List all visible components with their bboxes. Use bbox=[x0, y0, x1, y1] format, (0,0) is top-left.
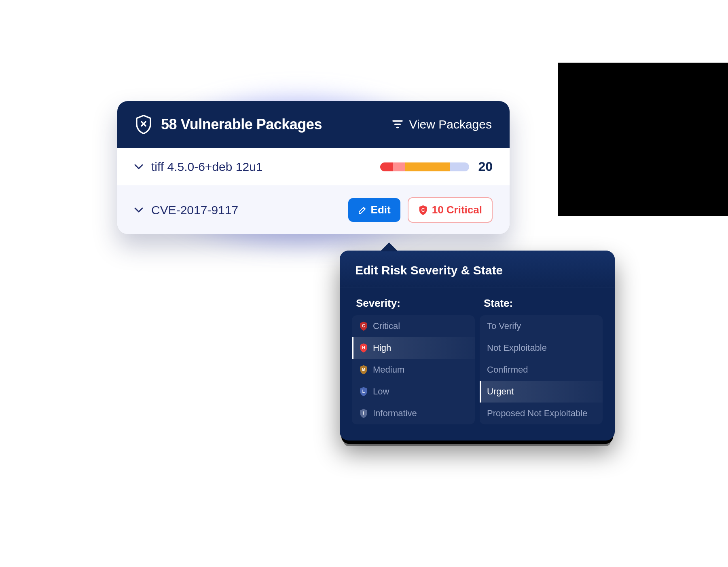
severity-option-label: High bbox=[373, 343, 391, 353]
edit-button-label: Edit bbox=[371, 204, 391, 216]
popover-title: Edit Risk Severity & State bbox=[355, 263, 599, 277]
shield-h-icon: H bbox=[359, 343, 368, 353]
chevron-down-icon bbox=[134, 164, 143, 170]
shield-c-icon: C bbox=[418, 205, 428, 215]
cve-name: CVE-2017-9117 bbox=[151, 203, 238, 217]
shield-m-icon: M bbox=[359, 365, 368, 375]
svg-text:H: H bbox=[362, 346, 365, 350]
severity-bar-segment bbox=[380, 162, 393, 171]
state-option-list: To VerifyNot ExploitableConfirmedUrgentP… bbox=[480, 315, 603, 424]
card-title: 58 Vulnerable Packages bbox=[161, 116, 322, 133]
shield-c-icon: C bbox=[359, 321, 368, 331]
filter-icon bbox=[392, 120, 403, 129]
severity-option-high[interactable]: HHigh bbox=[352, 337, 475, 359]
state-option-urgent[interactable]: Urgent bbox=[480, 381, 603, 403]
severity-option-list: CCriticalHHighMMediumLLowiInformative bbox=[352, 315, 475, 424]
severity-bar bbox=[380, 162, 469, 171]
state-option-label: Proposed Not Exploitable bbox=[487, 408, 587, 419]
shield-l-icon: L bbox=[359, 387, 368, 396]
svg-rect-2 bbox=[396, 127, 399, 129]
package-row[interactable]: tiff 4.5.0-6+deb 12u1 20 bbox=[117, 148, 510, 186]
state-column: State: To VerifyNot ExploitableConfirmed… bbox=[480, 297, 603, 424]
severity-count: 20 bbox=[478, 159, 493, 174]
severity-bar-segment bbox=[450, 162, 469, 171]
shield-x-icon bbox=[135, 115, 152, 134]
svg-text:M: M bbox=[362, 367, 366, 372]
svg-text:L: L bbox=[362, 389, 365, 394]
svg-rect-1 bbox=[394, 124, 401, 125]
severity-option-label: Critical bbox=[373, 321, 400, 331]
card-header: 58 Vulnerable Packages View Packages bbox=[117, 101, 510, 148]
state-option-label: Confirmed bbox=[487, 365, 528, 375]
pencil-icon bbox=[358, 206, 367, 215]
svg-text:C: C bbox=[362, 324, 365, 328]
severity-option-label: Low bbox=[373, 386, 389, 397]
severity-option-informative[interactable]: iInformative bbox=[352, 403, 475, 424]
edit-severity-popover: Edit Risk Severity & State Severity: CCr… bbox=[340, 251, 615, 441]
vulnerable-packages-card: 58 Vulnerable Packages View Packages tif… bbox=[117, 101, 510, 234]
severity-column: Severity: CCriticalHHighMMediumLLowiInfo… bbox=[352, 297, 475, 424]
svg-rect-0 bbox=[393, 120, 403, 122]
package-name: tiff 4.5.0-6+deb 12u1 bbox=[151, 160, 263, 174]
shield-i-icon: i bbox=[359, 409, 368, 418]
severity-option-critical[interactable]: CCritical bbox=[352, 315, 475, 337]
critical-badge-label: 10 Critical bbox=[432, 204, 482, 216]
cve-row[interactable]: CVE-2017-9117 Edit C 10 Critical bbox=[117, 186, 510, 234]
severity-bar-segment bbox=[405, 162, 450, 171]
severity-bar-segment bbox=[393, 162, 405, 171]
state-option-label: Urgent bbox=[487, 386, 514, 397]
edit-button[interactable]: Edit bbox=[348, 198, 400, 222]
severity-option-label: Informative bbox=[373, 408, 417, 419]
state-option-proposed-not-exploitable[interactable]: Proposed Not Exploitable bbox=[480, 403, 603, 424]
severity-summary: 20 bbox=[380, 159, 493, 174]
view-packages-label: View Packages bbox=[409, 118, 492, 131]
state-option-confirmed[interactable]: Confirmed bbox=[480, 359, 603, 381]
severity-option-label: Medium bbox=[373, 365, 404, 375]
svg-text:C: C bbox=[421, 207, 425, 213]
critical-badge[interactable]: C 10 Critical bbox=[408, 197, 493, 223]
state-option-not-exploitable[interactable]: Not Exploitable bbox=[480, 337, 603, 359]
severity-option-low[interactable]: LLow bbox=[352, 381, 475, 403]
severity-column-title: Severity: bbox=[356, 297, 475, 310]
state-column-title: State: bbox=[484, 297, 603, 310]
svg-text:i: i bbox=[363, 411, 364, 415]
state-option-label: To Verify bbox=[487, 321, 521, 331]
popover-header: Edit Risk Severity & State bbox=[340, 251, 615, 287]
chevron-down-icon bbox=[134, 207, 143, 213]
view-packages-button[interactable]: View Packages bbox=[392, 118, 492, 131]
state-option-to-verify[interactable]: To Verify bbox=[480, 315, 603, 337]
decorative-black-block bbox=[558, 63, 728, 216]
state-option-label: Not Exploitable bbox=[487, 343, 547, 353]
severity-option-medium[interactable]: MMedium bbox=[352, 359, 475, 381]
